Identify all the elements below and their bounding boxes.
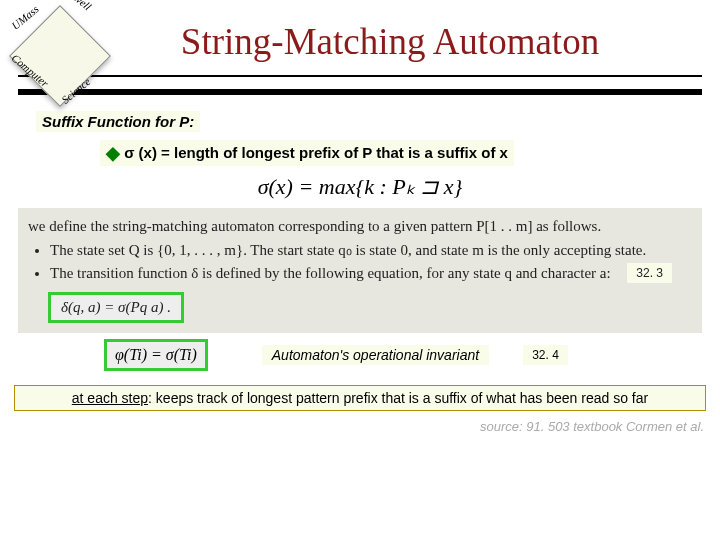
- scan-intro: we define the string-matching automaton …: [28, 218, 692, 235]
- step-note-rest: : keeps track of longest pattern prefix …: [148, 390, 648, 406]
- step-note: at each step: keeps track of longest pat…: [14, 385, 706, 411]
- equation-tag-324: 32. 4: [523, 345, 568, 365]
- bullet-icon: ◆: [106, 143, 120, 163]
- logo: UMass Lowell Computer Science: [6, 4, 106, 94]
- step-note-underline: at each step: [72, 390, 148, 406]
- invariant-label: Automaton's operational invariant: [262, 345, 489, 365]
- sigma-symbol: σ: [124, 144, 134, 161]
- sigma-formula: σ(x) = max{k : Pₖ ⊐ x}: [0, 174, 720, 200]
- invariant-row: φ(Ti) = σ(Ti) Automaton's operational in…: [18, 339, 702, 371]
- equation-tag-323: 32. 3: [627, 263, 672, 283]
- delta-formula: δ(q, a) = σ(Pq a) .: [48, 292, 184, 323]
- scan-bullet-2: The transition function δ is defined by …: [50, 265, 692, 282]
- title-rule: [18, 75, 702, 95]
- sigma-definition: ◆ σ (x) = length of longest prefix of P …: [100, 140, 514, 166]
- phi-formula: φ(Ti) = σ(Ti): [104, 339, 208, 371]
- sigma-definition-text: (x) = length of longest prefix of P that…: [139, 144, 508, 161]
- scan-bullet-1: The state set Q is {0, 1, . . . , m}. Th…: [50, 241, 692, 259]
- source-citation: source: 91. 503 textbook Cormen et al.: [0, 419, 704, 434]
- textbook-panel: we define the string-matching automaton …: [18, 208, 702, 333]
- suffix-function-label: Suffix Function for P:: [36, 111, 200, 132]
